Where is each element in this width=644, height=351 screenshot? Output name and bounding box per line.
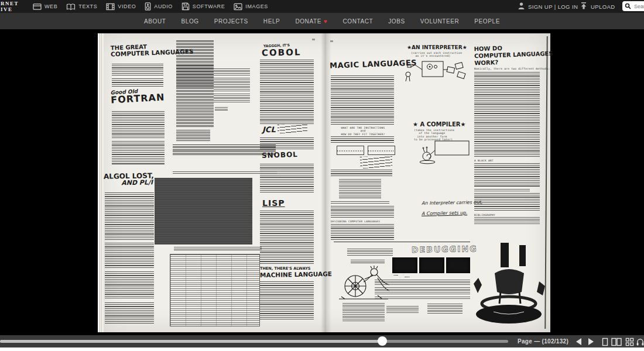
- two-page-view-button[interactable]: [610, 337, 623, 346]
- heart-icon: ♥: [324, 18, 328, 25]
- subnav-donate[interactable]: DONATE♥: [295, 18, 327, 25]
- interpreter-cartoon: [402, 59, 470, 86]
- nav-item-video[interactable]: VIDEO: [106, 3, 136, 11]
- quote-block: [347, 249, 393, 258]
- program-table: [170, 254, 260, 326]
- text-block: [331, 75, 394, 125]
- nav-item-audio[interactable]: AUDIO: [145, 2, 173, 11]
- page-number-mark: [330, 40, 333, 42]
- read-aloud-button[interactable]: [635, 337, 644, 346]
- text-block: [105, 302, 154, 324]
- upload-button[interactable]: UPLOAD: [580, 0, 615, 13]
- text-block: [331, 224, 394, 240]
- photo-panel: [446, 257, 470, 273]
- signup-login-label: SIGN UP | LOG IN: [528, 4, 578, 10]
- photo-panel: [392, 257, 417, 273]
- note-compiler: A Compiler sets up.: [422, 211, 467, 216]
- code-listing: [176, 40, 214, 127]
- page-spread[interactable]: THE GREAT COMPUTER LANGUAGES Good Old FO…: [98, 33, 550, 332]
- media-nav: WEB TEXTS VIDEO AUDIO SOFTWARE IMAGES: [33, 0, 268, 13]
- text-block: [474, 72, 540, 157]
- text-block: [260, 211, 314, 264]
- text-block: [215, 107, 228, 112]
- text-block: [474, 193, 540, 212]
- search-box[interactable]: [622, 1, 644, 11]
- subnav-help[interactable]: HELP: [263, 18, 280, 25]
- logo-line2: IVE: [1, 6, 19, 12]
- text-block: [331, 170, 392, 177]
- quote-block: [386, 306, 419, 314]
- film-icon: [106, 3, 115, 11]
- quote-block: [427, 304, 463, 314]
- text-block: [331, 136, 394, 144]
- page-slider-fill: [0, 340, 382, 343]
- heading-cobol: COBOL: [262, 48, 302, 57]
- nav-item-images[interactable]: IMAGES: [234, 3, 268, 11]
- heading-compiler: ★ A COMPILER★: [413, 122, 465, 128]
- one-page-view-button[interactable]: [600, 337, 610, 346]
- subnav-blog[interactable]: BLOG: [181, 18, 199, 25]
- caption-line: [393, 275, 410, 278]
- black-art-head: A BLACK ART: [474, 159, 494, 162]
- page-seam: [321, 33, 331, 332]
- nav-item-web[interactable]: WEB: [33, 3, 57, 11]
- text-block: [112, 78, 163, 87]
- text-block: [260, 281, 314, 320]
- internet-archive-logo[interactable]: RNET IVE: [1, 1, 19, 12]
- designing-head: DESIGNING COMPUTER LANGUAGES: [331, 220, 380, 223]
- person-icon: [518, 2, 525, 11]
- note-interpreter: An Interpreter carries out,: [422, 200, 482, 206]
- heading-interpreter: ★AN INTERPRETER★: [407, 45, 467, 50]
- text-block: [105, 243, 154, 269]
- donate-label: DONATE: [295, 18, 321, 25]
- page-indicator: Page — (102/132): [518, 338, 568, 345]
- nav-item-software[interactable]: SOFTWARE: [181, 2, 225, 11]
- signup-login-link[interactable]: SIGN UP | LOG IN: [518, 0, 578, 13]
- text-block: [375, 280, 470, 285]
- next-page-button[interactable]: [586, 337, 597, 346]
- text-block: [105, 271, 154, 300]
- picture-icon: [234, 3, 242, 11]
- logo-line1: RNET: [1, 1, 19, 6]
- nav-label: IMAGES: [245, 4, 268, 9]
- subhead-line: [474, 189, 530, 191]
- thumbnail-view-button[interactable]: [624, 337, 635, 346]
- page-edges: [98, 33, 104, 332]
- text-block: [112, 111, 165, 139]
- page-slider-track[interactable]: [0, 340, 508, 343]
- nav-label: WEB: [44, 4, 57, 9]
- text-block: [342, 303, 385, 322]
- printout-block: [155, 178, 252, 245]
- fortran-version-box: [337, 146, 364, 155]
- interpreter-subtitle: (carries out each instruction as it's en…: [411, 51, 455, 58]
- bibliography-head: BIBLIOGRAPHY: [474, 214, 495, 216]
- instructions-head: WHAT ARE THE INSTRUCTIONS and HOW DO THE…: [337, 126, 389, 136]
- heading-jcl: JCL: [262, 126, 276, 133]
- subnav-about[interactable]: ABOUT: [144, 18, 166, 25]
- nav-item-texts[interactable]: TEXTS: [66, 3, 97, 11]
- text-block: [331, 201, 389, 204]
- book-icon: [66, 3, 76, 11]
- heading-lisp: LISP: [262, 199, 285, 207]
- search-input[interactable]: [633, 3, 644, 10]
- nav-label: SOFTWARE: [193, 4, 225, 9]
- text-block: [260, 137, 314, 150]
- subnav-contact[interactable]: CONTACT: [342, 18, 373, 25]
- subnav-volunteer[interactable]: VOLUNTEER: [420, 18, 460, 25]
- quote-attribution: [351, 260, 385, 264]
- web-icon: [33, 3, 42, 11]
- previous-page-button[interactable]: [573, 337, 584, 346]
- heading-machine: MACHINE LANGUAGE: [260, 271, 332, 278]
- sub-nav: ABOUT BLOG PROJECTS HELP DONATE♥ CONTACT…: [0, 13, 644, 29]
- subnav-people[interactable]: PEOPLE: [474, 18, 500, 25]
- howdo-subtitle: Basically, there are two different metho…: [474, 67, 550, 70]
- text-block: [375, 287, 470, 299]
- text-block: [474, 163, 540, 187]
- search-icon: [625, 1, 631, 12]
- page-slider-handle[interactable]: [378, 336, 387, 346]
- section-divider: [334, 242, 470, 242]
- heading-snobol: SNOBOL: [262, 151, 298, 159]
- subnav-jobs[interactable]: JOBS: [388, 18, 405, 25]
- heading-algol: ALGOL LOST, AND PL/I: [104, 172, 154, 186]
- subnav-projects[interactable]: PROJECTS: [214, 18, 248, 25]
